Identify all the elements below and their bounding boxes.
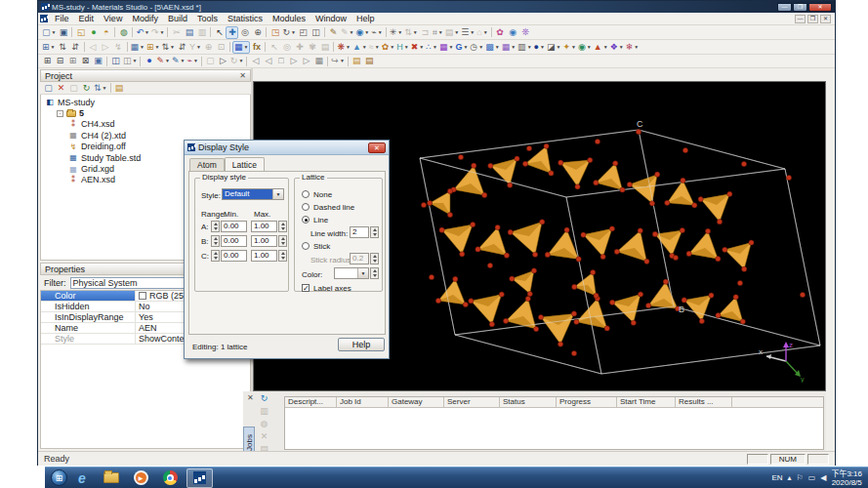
module-visualizer-icon[interactable]: ❖▼ — [609, 41, 625, 54]
style-dropdown[interactable]: Default▼ — [222, 188, 284, 200]
tab-atom[interactable]: Atom — [189, 158, 225, 171]
window-list-icon[interactable]: ◫▼ — [122, 55, 138, 67]
pencil-blue-icon[interactable]: ✎▼ — [171, 55, 186, 67]
burst-icon[interactable]: ❊ — [519, 26, 532, 39]
next-icon[interactable]: ▷ — [100, 41, 112, 54]
menu-modify[interactable]: Modify — [127, 13, 163, 24]
cell-icon[interactable]: ⊡ — [215, 41, 227, 54]
pan2-icon[interactable]: ✚ — [293, 41, 306, 54]
spin-down-icon[interactable] — [279, 241, 286, 246]
menu-edit[interactable]: Edit — [74, 13, 100, 24]
clean-icon[interactable]: ⊐ — [419, 26, 432, 39]
jobs-close-icon[interactable]: ✕ — [247, 393, 254, 402]
minimize-button[interactable]: — — [777, 3, 792, 12]
text-field[interactable]: 1.00 — [251, 250, 277, 262]
taskbar-item-chrome[interactable] — [155, 468, 185, 488]
jobs-column-progress[interactable]: Progress — [557, 397, 617, 408]
chevron-down-icon[interactable]: ▼ — [357, 268, 368, 278]
branch-icon[interactable]: Y▼ — [188, 41, 202, 54]
menu-build[interactable]: Build — [163, 13, 192, 24]
menu-statistics[interactable]: Statistics — [223, 13, 268, 24]
spin-down-icon[interactable] — [212, 256, 219, 261]
spinner[interactable] — [370, 267, 379, 279]
delete-item-icon[interactable]: ✕ — [55, 82, 67, 95]
taskbar-clock[interactable]: 下午3:16 2020/8/5 — [831, 469, 862, 487]
start-button[interactable]: ⊞ — [51, 469, 67, 486]
module-kinetix-icon[interactable]: ◷▼ — [469, 41, 484, 54]
spinner[interactable] — [370, 253, 379, 264]
mdi-close-button[interactable]: ✕ — [820, 15, 831, 23]
spin-down-icon[interactable] — [279, 256, 286, 261]
menu-help[interactable]: Help — [351, 13, 380, 24]
spin-down-icon[interactable] — [279, 226, 286, 231]
radio-line[interactable] — [302, 216, 310, 224]
notebook-icon[interactable]: ▤ — [351, 55, 363, 67]
text-field[interactable]: 0.00 — [221, 250, 247, 262]
copy-icon[interactable]: ▤ — [183, 26, 195, 39]
module-morphology-icon[interactable]: ▦▼ — [501, 41, 517, 54]
spinner[interactable] — [278, 221, 287, 232]
volume-icon[interactable]: ◀ — [820, 473, 826, 482]
module-onetep-icon[interactable]: ▥▼ — [517, 41, 532, 54]
cut-icon[interactable]: ✂ — [170, 26, 183, 39]
spin-down-icon[interactable] — [371, 259, 378, 264]
translate-icon[interactable]: ⊕ — [251, 26, 264, 39]
label-axes-checkbox[interactable]: ✓ — [302, 284, 310, 292]
redo-icon[interactable]: ↷▼ — [150, 26, 166, 39]
taskbar-item-explorer[interactable] — [97, 468, 126, 488]
radio-stick[interactable] — [302, 242, 310, 250]
frame-forward-icon[interactable]: ▷ — [287, 55, 300, 67]
text-field[interactable]: 1.00 — [251, 221, 277, 232]
frame-back-icon[interactable]: ◁ — [262, 55, 274, 67]
module-amorphous-icon[interactable]: ❋▼ — [336, 41, 351, 54]
text-field[interactable]: 0.00 — [221, 235, 247, 247]
loop-icon[interactable]: ↻▼ — [229, 55, 245, 67]
redo-anim-icon[interactable]: ↪▼ — [330, 55, 346, 67]
sheet-icon[interactable]: ▤ — [318, 41, 331, 54]
jobs-column-server[interactable]: Server — [444, 397, 500, 408]
jobs-refresh-icon[interactable]: ↻ — [258, 392, 270, 404]
chevron-down-icon[interactable]: ▼ — [272, 189, 283, 199]
lists-icon[interactable]: ☰▼ — [460, 26, 475, 39]
module-reflex-icon[interactable]: ◪▼ — [546, 41, 561, 54]
layers-icon[interactable]: ▤▼ — [444, 26, 460, 39]
stop-icon[interactable]: □ — [274, 55, 287, 67]
sort2-icon[interactable]: ⇅▼ — [160, 41, 176, 54]
text-field[interactable]: 1.00 — [251, 235, 277, 247]
select-icon[interactable]: ↖ — [213, 26, 226, 39]
menu-view[interactable]: View — [99, 13, 127, 24]
text-field[interactable]: 0.2 — [350, 253, 369, 264]
table-new-icon[interactable]: ⊞▼ — [41, 41, 57, 54]
close-all-icon[interactable]: ⊠ — [79, 55, 92, 67]
symmetry-icon[interactable]: ⌗▼ — [432, 26, 444, 39]
send-icon[interactable]: ◓ — [100, 26, 112, 39]
recenter-icon[interactable]: ◳ — [269, 26, 281, 39]
spin-down-icon[interactable] — [371, 273, 378, 278]
menu-window[interactable]: Window — [310, 13, 351, 24]
mdi-restore-button[interactable]: ❐ — [807, 15, 818, 23]
expander-icon[interactable]: - — [57, 110, 63, 117]
project-close-icon[interactable]: ✕ — [239, 71, 246, 81]
help-button[interactable]: Help — [338, 338, 385, 351]
tree-item-ch4-xsd[interactable]: ⁑CH4.xsd — [41, 119, 250, 130]
module-sorption-icon[interactable]: ✦▼ — [561, 41, 577, 54]
spin-down-icon[interactable] — [212, 226, 219, 231]
web-icon[interactable]: ◍ — [117, 26, 130, 39]
export-icon[interactable]: ● — [87, 26, 100, 39]
sort-az-icon[interactable]: ⇅▼ — [93, 82, 108, 95]
new-item-icon[interactable]: ▢ — [42, 82, 55, 95]
maximize-button[interactable]: ❐ — [793, 3, 807, 12]
titlebar[interactable]: MS-study - Materials Studio - [5\AEN.xsd… — [38, 1, 835, 13]
jobs-column-job-id[interactable]: Job Id — [337, 397, 389, 408]
pan-icon[interactable]: ✚ — [226, 26, 238, 39]
play-icon[interactable]: ▷ — [217, 55, 229, 67]
import-icon[interactable]: ◱ — [74, 26, 87, 39]
jump-icon[interactable]: ↯ — [112, 41, 125, 54]
module-castep-icon[interactable]: ✿▼ — [381, 41, 396, 54]
module-xsed-icon[interactable]: ❄▼ — [625, 41, 641, 54]
sort-desc-icon[interactable]: ⇵ — [69, 41, 82, 54]
jobs-column-results-[interactable]: Results ... — [676, 397, 732, 408]
scale-icon[interactable]: ◰ — [297, 26, 310, 39]
radio-dashed-line[interactable] — [302, 203, 310, 211]
display-style-dialog[interactable]: Display Style ✕ AtomLattice Display styl… — [184, 140, 390, 359]
